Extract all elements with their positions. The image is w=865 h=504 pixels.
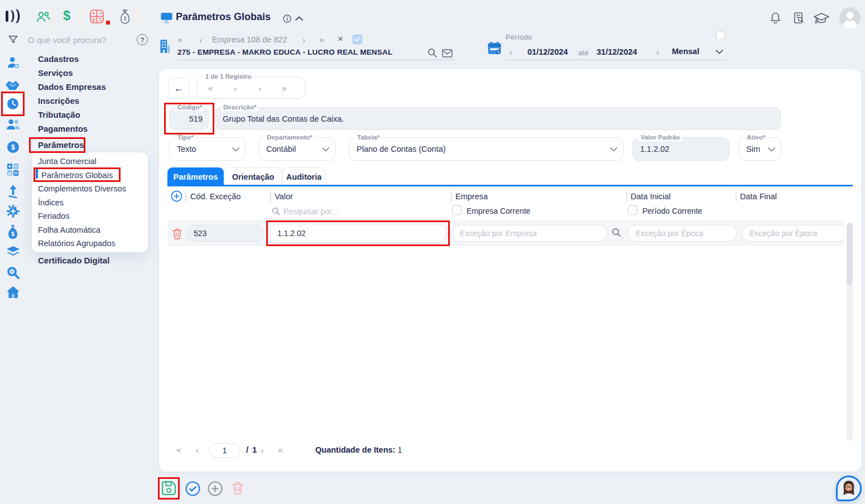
sidebar-item-parametros[interactable]: Parâmetros — [38, 140, 84, 151]
sidebar-item-inscricoes[interactable]: Inscrições — [38, 95, 79, 107]
periodo-chevron-down-icon[interactable] — [715, 50, 723, 54]
clients-icon[interactable] — [36, 10, 51, 23]
tipo-select[interactable]: Tipo* Texto — [169, 137, 246, 161]
back-button[interactable]: ← — [168, 78, 189, 99]
user-settings-icon[interactable] — [7, 56, 21, 70]
home-icon[interactable] — [6, 286, 20, 299]
money-bag-gray-icon[interactable]: $ — [118, 9, 132, 25]
periodo-corrente-checkbox[interactable] — [628, 205, 637, 215]
tab-auditoria[interactable]: Auditoria — [282, 167, 325, 185]
submenu-item-feriados[interactable]: Feriados — [38, 210, 69, 222]
delete-row-icon[interactable] — [172, 228, 182, 239]
sidebar-search-input[interactable] — [28, 32, 133, 47]
valor-padrao-field[interactable]: Valor Padrão 1.1.2.02 — [632, 137, 729, 161]
app-logo[interactable] — [4, 8, 22, 25]
tab-orientacao[interactable]: Orientação — [224, 167, 282, 185]
add-row-icon[interactable] — [171, 190, 182, 202]
company-prev-button[interactable]: ‹ — [199, 35, 202, 45]
company-search-icon[interactable] — [427, 48, 437, 57]
money-bag-blue-icon[interactable]: $ — [7, 224, 19, 239]
calculator-alert-icon[interactable] — [89, 9, 104, 24]
billing-icon[interactable]: $ — [63, 8, 70, 23]
periodo-next-button[interactable]: › — [656, 47, 659, 57]
user-avatar[interactable] — [839, 7, 861, 28]
notifications-bell-icon[interactable] — [770, 12, 781, 24]
pen-up-icon[interactable] — [7, 184, 19, 198]
collapse-chevron-up-icon[interactable] — [295, 16, 303, 21]
periodo-date-end[interactable]: 31/12/2024 — [597, 47, 637, 56]
departamento-select[interactable]: Departamento* Contábil — [258, 137, 335, 161]
company-name: 275 - EMPRESA - MAKRO EDUCA - LUCRO REAL… — [177, 48, 392, 56]
valor-padrao-value: 1.1.2.02 — [640, 138, 714, 160]
sidebar-item-dados-empresas[interactable]: Dados Empresas — [38, 81, 106, 93]
submenu-item-parametros-globais[interactable]: Parâmetros Globais — [41, 170, 113, 181]
info-icon[interactable] — [283, 15, 291, 23]
save-button[interactable] — [161, 481, 176, 496]
page-first-button[interactable]: « — [176, 445, 181, 454]
page-last-button[interactable]: » — [278, 445, 282, 454]
periodo-mode-select[interactable]: Mensal — [672, 47, 699, 56]
submenu-item-relatorios-agrupados[interactable]: Relatórios Agrupados — [38, 238, 116, 249]
gear-icon[interactable] — [6, 204, 20, 218]
svg-text:$: $ — [11, 143, 15, 151]
delete-button[interactable] — [232, 482, 243, 495]
divider — [736, 191, 737, 202]
submenu-item-junta-comercial[interactable]: Junta Comercial — [38, 156, 97, 167]
descricao-field[interactable]: Descrição* Grupo Total das Contas de Cai… — [215, 107, 781, 130]
row-data-inicial-input[interactable] — [628, 225, 737, 242]
company-first-button[interactable]: « — [177, 35, 182, 45]
filter-icon[interactable] — [8, 35, 18, 45]
envelope-icon[interactable] — [442, 49, 453, 57]
company-next-button[interactable]: › — [302, 35, 305, 45]
calendar-icon — [487, 41, 502, 55]
row-data-final-input[interactable] — [742, 225, 848, 242]
registro-next-button[interactable]: › — [258, 84, 261, 94]
row-cod-excecao-input[interactable] — [186, 225, 264, 242]
sidebar-item-pagamentos[interactable]: Pagamentos — [38, 123, 88, 135]
grid-scrollbar-thumb[interactable] — [847, 223, 853, 285]
confirm-button[interactable] — [185, 481, 200, 496]
tab-parametros[interactable]: Parâmetros — [167, 167, 224, 185]
dollar-coin-icon[interactable]: $ — [7, 141, 20, 153]
users-icon[interactable] — [6, 118, 20, 130]
graduation-cap-icon[interactable] — [814, 13, 829, 24]
add-button[interactable] — [208, 481, 223, 496]
periodo-checkbox[interactable] — [716, 31, 725, 40]
registro-last-button[interactable]: » — [282, 83, 286, 93]
registro-prev-button[interactable]: ‹ — [234, 84, 237, 94]
support-chat-avatar[interactable] — [836, 476, 862, 501]
codigo-field[interactable]: Código* 519 — [169, 107, 209, 130]
row-empresa-input[interactable] — [452, 225, 608, 242]
page-number-input[interactable] — [209, 443, 241, 458]
ativo-select[interactable]: Ativo* Sim — [738, 137, 781, 161]
calculator-blue-icon[interactable] — [7, 163, 19, 176]
submenu-item-folha-automatica[interactable]: Folha Automática — [38, 224, 100, 236]
submenu-item-indices[interactable]: Índices — [38, 197, 64, 208]
submenu-item-complementos-diversos[interactable]: Complementos Diversos — [38, 183, 126, 194]
grid-search-input[interactable] — [283, 205, 434, 218]
empresa-corrente-checkbox[interactable] — [452, 205, 462, 215]
periodo-prev-button[interactable]: ‹ — [510, 47, 512, 57]
search-blue-icon[interactable] — [7, 266, 20, 279]
col-cod-excecao: Cód. Exceção — [190, 192, 241, 201]
periodo-date-start[interactable]: 01/12/2024 — [527, 47, 568, 56]
col-data-final: Data Final — [740, 192, 777, 201]
layers-icon[interactable] — [6, 246, 20, 257]
document-search-icon[interactable] — [794, 12, 804, 24]
tabela-select[interactable]: Tabela* Plano de Contas (Conta) — [349, 137, 623, 161]
page-prev-button[interactable]: ‹ — [196, 445, 199, 455]
handshake-icon[interactable] — [5, 80, 20, 92]
clock-icon-active[interactable] — [3, 93, 23, 114]
sidebar-item-cadastros[interactable]: Cadastros — [38, 54, 79, 65]
row-empresa-search-icon[interactable] — [612, 228, 621, 237]
company-last-button[interactable]: » — [319, 35, 324, 45]
help-icon[interactable]: ? — [137, 34, 148, 45]
page-next-button[interactable]: › — [261, 445, 263, 455]
row-valor-input[interactable] — [270, 224, 446, 243]
company-clear-button[interactable]: × — [338, 34, 343, 44]
sidebar-item-servicos[interactable]: Serviços — [38, 68, 73, 79]
registro-first-button[interactable]: « — [208, 83, 213, 93]
sidebar-item-tributacao[interactable]: Tributação — [38, 109, 80, 121]
company-filter-checkbox[interactable] — [353, 35, 362, 44]
sidebar-item-certificado-digital[interactable]: Certificado Digital — [38, 255, 109, 266]
